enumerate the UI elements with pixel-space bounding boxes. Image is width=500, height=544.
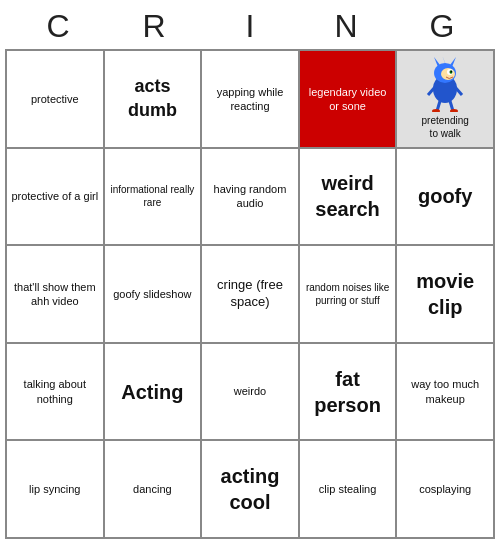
sonic-label: pretendingto walk [422,114,469,140]
bingo-cell-23[interactable]: clip stealing [299,440,397,538]
bingo-cell-5[interactable]: protective of a girl [6,148,104,246]
bingo-cell-11[interactable]: goofy slideshow [104,245,202,343]
bingo-cell-20[interactable]: lip syncing [6,440,104,538]
bingo-cell-7[interactable]: having random audio [201,148,299,246]
bingo-cell-2[interactable]: yapping while reacting [201,50,299,148]
bingo-cell-12[interactable]: cringe (free space) [201,245,299,343]
bingo-cell-21[interactable]: dancing [104,440,202,538]
bingo-cell-14[interactable]: movie clip [396,245,494,343]
bingo-cell-9[interactable]: goofy [396,148,494,246]
bingo-cell-1[interactable]: acts dumb [104,50,202,148]
title-r: R [114,8,194,45]
bingo-cell-6[interactable]: informational really rare [104,148,202,246]
title-c: C [18,8,98,45]
bingo-cell-17[interactable]: weirdo [201,343,299,441]
bingo-cell-18[interactable]: fat person [299,343,397,441]
bingo-cell-3[interactable]: legendary video or sone [299,50,397,148]
svg-point-7 [450,70,453,74]
bingo-cell-0[interactable]: protective [6,50,104,148]
title-n: N [306,8,386,45]
title-i: I [210,8,290,45]
bingo-cell-10[interactable]: that'll show them ahh video [6,245,104,343]
title-g: G [402,8,482,45]
bingo-grid: protectiveacts dumbyapping while reactin… [5,49,495,539]
bingo-cell-22[interactable]: acting cool [201,440,299,538]
bingo-cell-15[interactable]: talking about nothing [6,343,104,441]
bingo-cell-19[interactable]: way too much makeup [396,343,494,441]
svg-marker-4 [450,57,456,67]
title-row: C R I N G [10,0,490,49]
bingo-cell-24[interactable]: cosplaying [396,440,494,538]
sonic-image: pretendingto walk [399,53,491,145]
bingo-cell-16[interactable]: Acting [104,343,202,441]
bingo-cell-13[interactable]: random noises like purring or stuff [299,245,397,343]
bingo-cell-8[interactable]: weird search [299,148,397,246]
svg-marker-2 [434,57,440,67]
svg-point-8 [451,71,452,72]
bingo-cell-4[interactable]: pretendingto walk [396,50,494,148]
